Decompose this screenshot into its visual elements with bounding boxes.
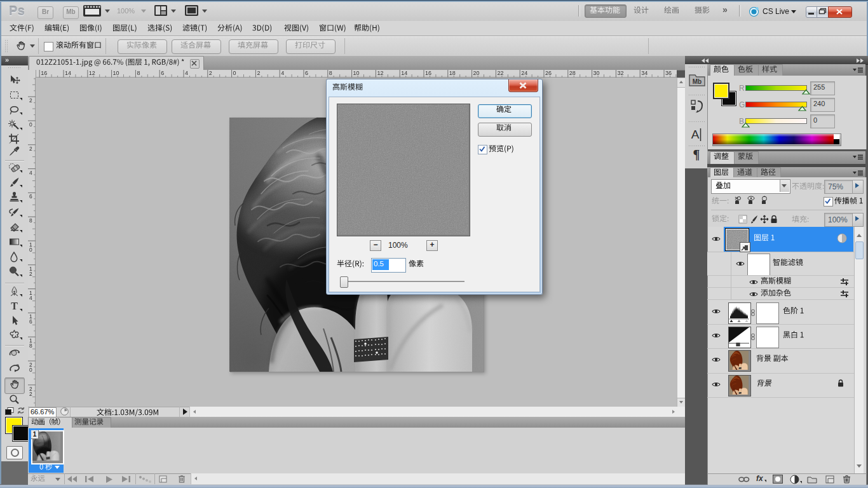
svg-text:4: 4 <box>29 295 32 301</box>
svg-text:34: 34 <box>641 70 648 76</box>
svg-text:¶: ¶ <box>693 147 700 161</box>
svg-text:0: 0 <box>29 247 32 253</box>
svg-text:A: A <box>691 128 700 141</box>
svg-text:8: 8 <box>137 70 140 76</box>
svg-text:12: 12 <box>89 70 95 76</box>
svg-text:0: 0 <box>233 70 236 76</box>
svg-text:36: 36 <box>665 70 672 76</box>
svg-text:8: 8 <box>29 342 32 349</box>
svg-text:24: 24 <box>521 70 527 76</box>
svg-text:10: 10 <box>113 70 119 76</box>
svg-text:12: 12 <box>377 70 383 76</box>
svg-text:T: T <box>11 301 18 311</box>
svg-text:4: 4 <box>281 70 284 76</box>
svg-text:10: 10 <box>353 70 360 76</box>
svg-text:20: 20 <box>473 70 480 76</box>
svg-text:8: 8 <box>29 217 32 224</box>
svg-text:6: 6 <box>161 70 164 76</box>
svg-text:30: 30 <box>593 70 600 76</box>
svg-text:16: 16 <box>425 70 431 76</box>
svg-text:6: 6 <box>29 193 32 200</box>
svg-text:2: 2 <box>257 70 260 76</box>
svg-text:2: 2 <box>29 271 32 277</box>
svg-text:4: 4 <box>29 170 32 176</box>
svg-text:2: 2 <box>29 391 32 397</box>
svg-text:Mb: Mb <box>693 78 702 85</box>
svg-text:32: 32 <box>617 70 623 76</box>
svg-text:6: 6 <box>305 70 308 76</box>
svg-text:22: 22 <box>497 70 503 76</box>
svg-text:2: 2 <box>209 70 212 76</box>
svg-text:4: 4 <box>185 70 188 76</box>
svg-text:0: 0 <box>29 121 32 128</box>
svg-text:2: 2 <box>29 146 32 152</box>
svg-text:16: 16 <box>41 70 47 76</box>
svg-text:26: 26 <box>545 70 552 76</box>
svg-text:2: 2 <box>29 97 32 104</box>
svg-text:8: 8 <box>329 70 332 76</box>
svg-text:28: 28 <box>569 70 576 76</box>
svg-text:0: 0 <box>29 367 32 373</box>
svg-text:14: 14 <box>401 70 407 76</box>
svg-text:18: 18 <box>449 70 456 76</box>
svg-text:14: 14 <box>65 70 71 76</box>
svg-text:6: 6 <box>29 318 32 325</box>
